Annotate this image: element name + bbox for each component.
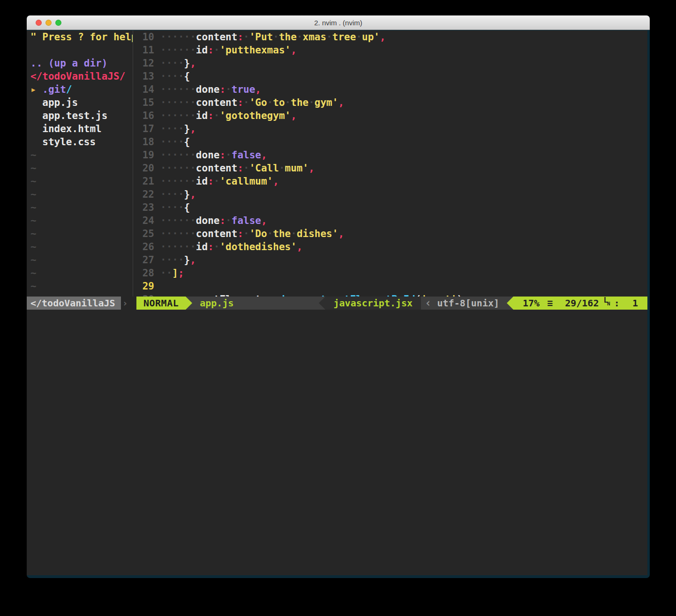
code-line[interactable]: 27····},	[133, 253, 647, 267]
line-number: 21	[133, 175, 160, 188]
powerline-arrow-icon	[186, 297, 192, 310]
code-text: ······id:·'callmum',	[160, 175, 279, 188]
code-line[interactable]: 29	[133, 280, 647, 293]
code-line[interactable]: 18····{	[133, 135, 647, 148]
position-segment: 17% ≡ 29/162 LN : 1	[513, 297, 647, 310]
window-title: 2. nvim . (nvim)	[314, 19, 362, 27]
line-number: 11	[133, 44, 160, 57]
encoding-value: utf-8[unix]	[437, 297, 499, 310]
code-text: ······done:·true,	[160, 83, 261, 96]
mode-indicator: NORMAL	[136, 297, 186, 310]
code-line[interactable]: 19······done:·false,	[133, 148, 647, 162]
empty-buffer-tilde: ~	[27, 162, 133, 175]
nerdtree-statusline: </todoVanillaJS ›	[27, 297, 133, 310]
line-number: 17	[133, 122, 160, 135]
filename-segment: app.js	[192, 297, 318, 310]
empty-buffer-tilde: ~	[27, 253, 133, 267]
tree-row[interactable]: index.html	[27, 122, 133, 135]
code-line[interactable]: 26······id:·'dothedishes',	[133, 240, 647, 253]
empty-buffer-tilde: ~	[27, 214, 133, 227]
nerdtree-status-path: </todoVanillaJS	[27, 297, 121, 310]
line-number: 10	[133, 30, 160, 44]
scroll-percent: 17%	[523, 297, 540, 310]
line-number: 18	[133, 135, 160, 148]
empty-buffer-tilde: ~	[27, 188, 133, 201]
empty-buffer-tilde: ~	[27, 175, 133, 188]
vim-splits: " Press ? for help.. (up a dir)</todoVan…	[27, 30, 647, 297]
code-text: ····{	[160, 135, 190, 148]
line-number: 14	[133, 83, 160, 96]
line-number: 23	[133, 201, 160, 214]
filetype-segment: javascript.jsx	[325, 297, 421, 310]
line-number: 13	[133, 70, 160, 83]
code-line[interactable]: 23····{	[133, 201, 647, 214]
code-line[interactable]: 25······content:·'Do·the·dishes',	[133, 227, 647, 240]
tree-row[interactable]: " Press ? for help	[27, 30, 133, 44]
code-text: ······content:·'Call·mum',	[160, 162, 315, 175]
lines-icon: ≡	[547, 297, 553, 310]
column-number: 1	[632, 297, 641, 310]
code-text: ····},	[160, 122, 196, 135]
code-line[interactable]: 10······content:·'Put·the·xmas·tree·up',	[133, 30, 647, 44]
line-number: 30	[133, 293, 160, 297]
airline-statusline: NORMAL app.js javascript.jsx ‹utf-8[unix…	[133, 297, 647, 310]
code-text: ······id:·'putthexmas',	[160, 44, 297, 57]
code-line[interactable]: 14······done:·true,	[133, 83, 647, 96]
tree-row[interactable]	[27, 44, 133, 57]
line-number-icon: LN	[603, 297, 610, 306]
tree-row[interactable]: app.js	[27, 96, 133, 109]
code-line[interactable]: 12····},	[133, 57, 647, 70]
powerline-arrow-icon	[507, 297, 513, 310]
statusline: </todoVanillaJS › NORMAL app.js javascri…	[27, 297, 647, 310]
window-titlebar: 2. nvim . (nvim)	[27, 15, 650, 30]
code-text: ····{	[160, 70, 190, 83]
line-number: 24	[133, 214, 160, 227]
tree-row[interactable]: style.css	[27, 135, 133, 148]
powerline-arrow-icon	[319, 297, 325, 310]
position-colon: :	[614, 297, 620, 310]
code-text: ····},	[160, 57, 196, 70]
code-line[interactable]: 16······id:·'gotothegym',	[133, 109, 647, 122]
tree-row[interactable]: </todoVanillaJS/	[27, 70, 133, 83]
code-line[interactable]: 15······content:·'Go·to·the·gym',	[133, 96, 647, 109]
code-line[interactable]: 20······content:·'Call·mum',	[133, 162, 647, 175]
line-number: 25	[133, 227, 160, 240]
traffic-lights	[36, 15, 61, 30]
code-line[interactable]: 11······id:·'putthexmas',	[133, 44, 647, 57]
line-number: 20	[133, 162, 160, 175]
nerdtree-file-explorer: " Press ? for help.. (up a dir)</todoVan…	[27, 30, 133, 297]
code-text: ····{	[160, 201, 190, 214]
empty-buffer-tilde: ~	[27, 148, 133, 162]
line-number: 19	[133, 148, 160, 162]
code-text: ······done:·false,	[160, 214, 267, 227]
code-line[interactable]: 30··var·rootElement·=·document.getElemen…	[133, 293, 647, 297]
line-number: 27	[133, 253, 160, 267]
terminal-content: " Press ? for help.. (up a dir)</todoVan…	[27, 30, 647, 575]
code-text: ··];	[160, 267, 184, 280]
line-number: 12	[133, 57, 160, 70]
code-line[interactable]: 28··];	[133, 267, 647, 280]
line-position: 29/162	[565, 297, 599, 310]
close-button[interactable]	[36, 20, 42, 26]
empty-buffer-tilde: ~	[27, 267, 133, 280]
code-text: ··var·rootElement·=·document.getElementB…	[160, 293, 469, 297]
chevron-left-icon: ‹	[425, 297, 431, 310]
zoom-button[interactable]	[55, 20, 61, 26]
line-number: 16	[133, 109, 160, 122]
code-line[interactable]: 24······done:·false,	[133, 214, 647, 227]
empty-buffer-tilde: ~	[27, 227, 133, 240]
code-line[interactable]: 22····},	[133, 188, 647, 201]
code-line[interactable]: 21······id:·'callmum',	[133, 175, 647, 188]
code-line[interactable]: 13····{	[133, 70, 647, 83]
tree-row[interactable]: ▸ .git/	[27, 83, 133, 96]
code-text: ····},	[160, 188, 196, 201]
code-text: ······done:·false,	[160, 148, 267, 162]
line-number: 28	[133, 267, 160, 280]
command-line[interactable]	[27, 310, 647, 576]
tree-row[interactable]: app.test.js	[27, 109, 133, 122]
chevron-right-icon: ›	[121, 297, 128, 310]
code-line[interactable]: 17····},	[133, 122, 647, 135]
line-number: 26	[133, 240, 160, 253]
tree-row[interactable]: .. (up a dir)	[27, 57, 133, 70]
minimize-button[interactable]	[45, 20, 52, 26]
